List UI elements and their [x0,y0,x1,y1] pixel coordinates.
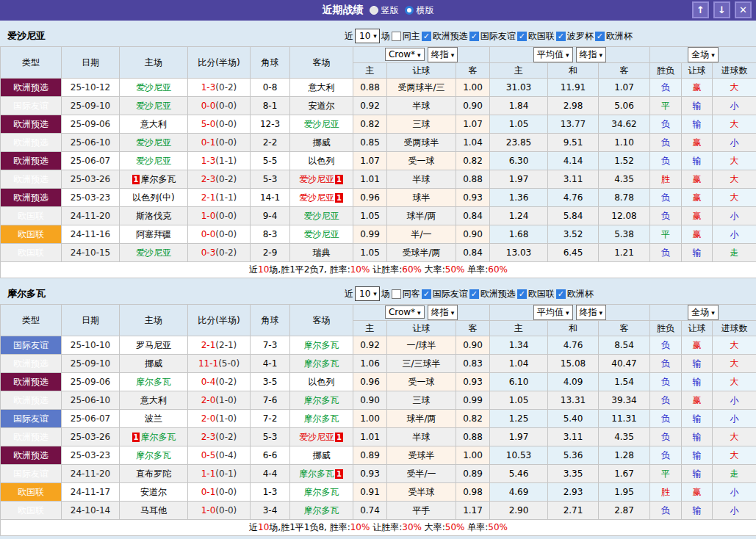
result-cell-0: 负 [650,428,682,446]
home-team-cell: 罗马尼亚 [120,336,188,355]
home-team-cell: 爱沙尼亚 [120,134,188,152]
games-label: 场 [381,288,390,300]
competition-checkbox-2[interactable] [517,289,527,299]
home-team-name: 摩尔多瓦 [136,450,171,460]
away-team-cell: 摩尔多瓦 [290,336,353,355]
result-cell-0: 负 [650,207,682,225]
score-cell: 0-3(0-2) [188,244,251,262]
odds-cell-1: 受球半 [387,446,456,465]
halftime-score: (0-0) [215,119,237,129]
fulltime-score: 11-1 [198,358,218,369]
competition-checkbox-3[interactable] [556,32,566,41]
home-team-cell: 爱沙尼亚 [120,97,188,115]
fulltime-score: 2-3 [201,174,216,184]
bookmaker-select[interactable]: Crow*▾ [385,305,425,319]
final-odds-select[interactable]: 终指▾ [428,305,458,320]
average-select[interactable]: 平均值▾ [533,305,573,320]
odds-cell-1: 平手 [387,502,456,520]
home-team-name: 爱沙尼亚 [136,82,171,93]
home-team-name: 阿塞拜疆 [136,229,171,239]
corner-cell: 1-3 [251,483,290,502]
radio-unselected-icon[interactable] [405,6,414,15]
summary-segment: 60% [402,264,422,275]
odds-cell-3: 23.85 [490,134,548,152]
away-team-cell: 爱沙尼亚 [290,225,353,244]
odds-cell-5: 1.21 [599,244,650,262]
result-cell-0: 负 [650,336,682,355]
same-venue-checkbox[interactable] [392,32,401,41]
home-team-cell: 阿塞拜疆 [120,225,188,244]
odds-cell-4: 4.14 [548,152,599,170]
fulltime-select[interactable]: 全场▾ [688,47,719,62]
subcolumn-5: 客 [599,321,650,336]
red-card-badge: 1 [335,433,343,442]
subcolumn-3: 主 [490,321,548,336]
corner-cell: 2-2 [251,134,290,152]
table-row: 欧国联24-11-16阿塞拜疆0-0(0-0)8-3爱沙尼亚0.99半/一0.9… [1,225,756,244]
subcolumn-4: 和 [548,321,599,336]
result-cell-1: 输 [682,152,713,170]
odds-cell-4: 15.08 [548,355,599,373]
halftime-score: (0-2) [215,174,237,184]
halftime-score: (5-0) [218,358,240,369]
match-date-cell: 25-09-10 [62,97,120,115]
competition-checkbox-0[interactable] [422,32,431,41]
match-date-cell: 24-11-16 [62,225,120,244]
recent-count-select[interactable]: 10▾ [355,286,380,301]
subcolumn-4: 和 [548,63,599,79]
fulltime-score: 0-1 [201,137,216,148]
fulltime-select[interactable]: 全场▾ [688,305,719,320]
competition-checkbox-3[interactable] [556,289,566,299]
competition-checkbox-4[interactable] [595,32,605,41]
odds-cell-5: 39.34 [599,391,650,410]
result-cell-2: 大 [713,189,756,207]
odds-cell-4: 5.40 [548,410,599,428]
bookmaker-select[interactable]: Crow*▾ [385,48,425,61]
odds-cell-0: 1.01 [353,428,387,446]
result-cell-1: 输 [682,355,713,373]
competition-checkbox-2[interactable] [517,32,527,41]
halftime-score: (0-2) [215,377,237,387]
close-button[interactable]: ✕ [735,1,752,18]
scroll-down-button[interactable]: ↓ [713,1,730,18]
recent-count-select[interactable]: 10▾ [355,29,380,43]
home-team-name: 波兰 [145,413,162,424]
fulltime-score: 0-1 [201,487,216,497]
final-odds-select-2[interactable]: 终指▾ [576,47,607,62]
home-team-name: 马耳他 [140,505,167,516]
competition-checkbox-1[interactable] [469,289,479,299]
layout-horizontal-radio[interactable]: 横版 [405,4,434,17]
competition-label: 欧国联 [528,288,555,300]
final-odds-select-2[interactable]: 终指▾ [576,305,607,320]
fulltime-score: 2-1 [201,340,216,350]
same-venue-checkbox[interactable] [392,289,401,299]
competition-checkbox-1[interactable] [469,32,479,41]
odds-cell-2: 0.84 [456,207,490,225]
odds-cell-3: 31.03 [490,79,548,97]
chevron-down-icon: ▾ [711,309,715,316]
halftime-score: (1-0) [215,413,237,424]
table-row: 欧洲预选25-09-06意大利5-0(0-0)12-3爱沙尼亚0.82三球1.0… [1,115,756,134]
final-odds-select[interactable]: 终指▾ [428,47,458,62]
result-cell-0: 负 [650,410,682,428]
match-date-cell: 24-11-20 [62,465,120,483]
halftime-score: (1-0) [215,395,237,405]
column-away: 客场 [290,305,353,336]
score-cell: 2-1(2-1) [188,336,251,355]
competition-checkbox-0[interactable] [422,289,431,299]
result-cell-2: 小 [713,134,756,152]
radio-selected-icon[interactable] [370,6,378,15]
odds-cell-4: 2.71 [548,502,599,520]
home-team-cell: 以色列(中) [120,189,188,207]
scroll-up-button[interactable]: ↑ [692,1,709,18]
halftime-score: (0-0) [215,101,237,111]
layout-vertical-radio[interactable]: 竖版 [370,4,399,17]
summary-segment: 50% [445,264,465,275]
result-cell-0: 负 [650,79,682,97]
result-cell-0: 负 [650,134,682,152]
away-team-name: 摩尔多瓦 [299,469,334,479]
average-select[interactable]: 平均值▾ [533,47,573,62]
home-team-name: 斯洛伐克 [136,211,171,221]
fulltime-score: 2-3 [201,432,216,442]
result-cell-2: 小 [713,502,756,520]
